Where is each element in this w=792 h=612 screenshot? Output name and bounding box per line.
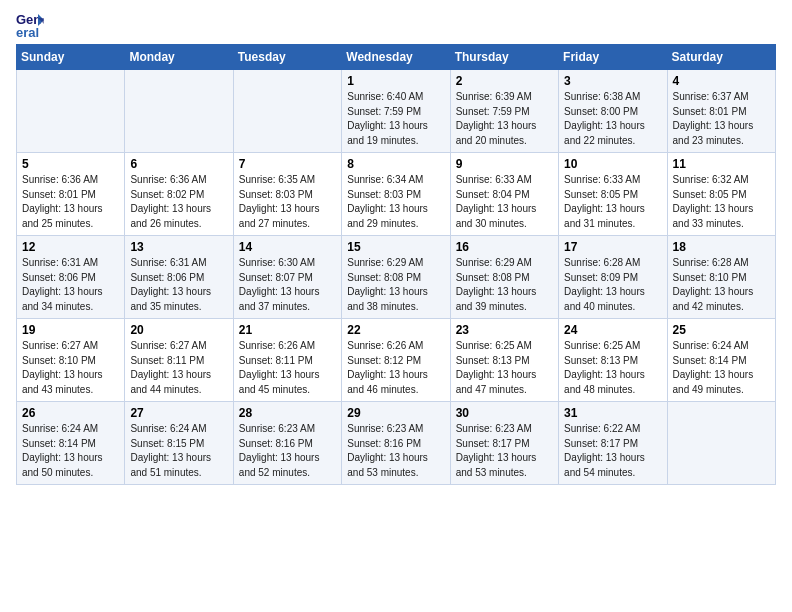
calendar-cell [17,70,125,153]
day-number: 13 [130,240,227,254]
week-row: 26Sunrise: 6:24 AM Sunset: 8:14 PM Dayli… [17,402,776,485]
day-info: Sunrise: 6:35 AM Sunset: 8:03 PM Dayligh… [239,173,336,231]
week-row: 19Sunrise: 6:27 AM Sunset: 8:10 PM Dayli… [17,319,776,402]
day-number: 7 [239,157,336,171]
logo: Gen eral [16,10,46,38]
day-info: Sunrise: 6:38 AM Sunset: 8:00 PM Dayligh… [564,90,661,148]
day-number: 23 [456,323,553,337]
day-info: Sunrise: 6:24 AM Sunset: 8:15 PM Dayligh… [130,422,227,480]
calendar-cell: 3Sunrise: 6:38 AM Sunset: 8:00 PM Daylig… [559,70,667,153]
day-info: Sunrise: 6:28 AM Sunset: 8:10 PM Dayligh… [673,256,770,314]
calendar-cell: 13Sunrise: 6:31 AM Sunset: 8:06 PM Dayli… [125,236,233,319]
day-number: 5 [22,157,119,171]
calendar-cell: 18Sunrise: 6:28 AM Sunset: 8:10 PM Dayli… [667,236,775,319]
day-header-tuesday: Tuesday [233,45,341,70]
calendar-cell [233,70,341,153]
day-number: 10 [564,157,661,171]
day-number: 6 [130,157,227,171]
day-info: Sunrise: 6:25 AM Sunset: 8:13 PM Dayligh… [456,339,553,397]
calendar-table: SundayMondayTuesdayWednesdayThursdayFrid… [16,44,776,485]
day-info: Sunrise: 6:36 AM Sunset: 8:01 PM Dayligh… [22,173,119,231]
calendar-cell: 5Sunrise: 6:36 AM Sunset: 8:01 PM Daylig… [17,153,125,236]
day-info: Sunrise: 6:25 AM Sunset: 8:13 PM Dayligh… [564,339,661,397]
day-info: Sunrise: 6:24 AM Sunset: 8:14 PM Dayligh… [22,422,119,480]
day-info: Sunrise: 6:23 AM Sunset: 8:16 PM Dayligh… [347,422,444,480]
calendar-cell: 22Sunrise: 6:26 AM Sunset: 8:12 PM Dayli… [342,319,450,402]
day-header-saturday: Saturday [667,45,775,70]
svg-text:eral: eral [16,25,39,38]
calendar-cell: 19Sunrise: 6:27 AM Sunset: 8:10 PM Dayli… [17,319,125,402]
calendar-cell: 29Sunrise: 6:23 AM Sunset: 8:16 PM Dayli… [342,402,450,485]
day-header-wednesday: Wednesday [342,45,450,70]
day-number: 4 [673,74,770,88]
day-header-monday: Monday [125,45,233,70]
day-header-sunday: Sunday [17,45,125,70]
day-info: Sunrise: 6:23 AM Sunset: 8:17 PM Dayligh… [456,422,553,480]
day-info: Sunrise: 6:32 AM Sunset: 8:05 PM Dayligh… [673,173,770,231]
week-row: 1Sunrise: 6:40 AM Sunset: 7:59 PM Daylig… [17,70,776,153]
calendar-cell: 9Sunrise: 6:33 AM Sunset: 8:04 PM Daylig… [450,153,558,236]
day-number: 21 [239,323,336,337]
day-number: 17 [564,240,661,254]
day-info: Sunrise: 6:26 AM Sunset: 8:12 PM Dayligh… [347,339,444,397]
calendar-cell: 20Sunrise: 6:27 AM Sunset: 8:11 PM Dayli… [125,319,233,402]
day-info: Sunrise: 6:36 AM Sunset: 8:02 PM Dayligh… [130,173,227,231]
calendar-cell [667,402,775,485]
calendar-cell: 17Sunrise: 6:28 AM Sunset: 8:09 PM Dayli… [559,236,667,319]
calendar-page: Gen eral SundayMondayTuesdayWednesdayThu… [0,0,792,612]
day-info: Sunrise: 6:29 AM Sunset: 8:08 PM Dayligh… [456,256,553,314]
day-info: Sunrise: 6:40 AM Sunset: 7:59 PM Dayligh… [347,90,444,148]
day-number: 30 [456,406,553,420]
day-info: Sunrise: 6:27 AM Sunset: 8:11 PM Dayligh… [130,339,227,397]
header-row: SundayMondayTuesdayWednesdayThursdayFrid… [17,45,776,70]
day-number: 9 [456,157,553,171]
day-number: 18 [673,240,770,254]
calendar-cell: 6Sunrise: 6:36 AM Sunset: 8:02 PM Daylig… [125,153,233,236]
day-number: 14 [239,240,336,254]
day-number: 11 [673,157,770,171]
day-info: Sunrise: 6:37 AM Sunset: 8:01 PM Dayligh… [673,90,770,148]
day-number: 8 [347,157,444,171]
calendar-cell [125,70,233,153]
day-header-friday: Friday [559,45,667,70]
calendar-cell: 10Sunrise: 6:33 AM Sunset: 8:05 PM Dayli… [559,153,667,236]
day-info: Sunrise: 6:33 AM Sunset: 8:04 PM Dayligh… [456,173,553,231]
calendar-cell: 14Sunrise: 6:30 AM Sunset: 8:07 PM Dayli… [233,236,341,319]
logo-icon: Gen eral [16,10,44,38]
calendar-cell: 25Sunrise: 6:24 AM Sunset: 8:14 PM Dayli… [667,319,775,402]
day-number: 29 [347,406,444,420]
day-number: 31 [564,406,661,420]
day-info: Sunrise: 6:27 AM Sunset: 8:10 PM Dayligh… [22,339,119,397]
day-info: Sunrise: 6:33 AM Sunset: 8:05 PM Dayligh… [564,173,661,231]
calendar-cell: 8Sunrise: 6:34 AM Sunset: 8:03 PM Daylig… [342,153,450,236]
calendar-cell: 2Sunrise: 6:39 AM Sunset: 7:59 PM Daylig… [450,70,558,153]
week-row: 5Sunrise: 6:36 AM Sunset: 8:01 PM Daylig… [17,153,776,236]
day-info: Sunrise: 6:34 AM Sunset: 8:03 PM Dayligh… [347,173,444,231]
calendar-cell: 15Sunrise: 6:29 AM Sunset: 8:08 PM Dayli… [342,236,450,319]
day-header-thursday: Thursday [450,45,558,70]
day-number: 22 [347,323,444,337]
day-info: Sunrise: 6:26 AM Sunset: 8:11 PM Dayligh… [239,339,336,397]
header: Gen eral [16,10,776,38]
calendar-cell: 28Sunrise: 6:23 AM Sunset: 8:16 PM Dayli… [233,402,341,485]
week-row: 12Sunrise: 6:31 AM Sunset: 8:06 PM Dayli… [17,236,776,319]
day-number: 19 [22,323,119,337]
day-number: 26 [22,406,119,420]
calendar-cell: 16Sunrise: 6:29 AM Sunset: 8:08 PM Dayli… [450,236,558,319]
day-number: 27 [130,406,227,420]
calendar-cell: 26Sunrise: 6:24 AM Sunset: 8:14 PM Dayli… [17,402,125,485]
day-number: 2 [456,74,553,88]
calendar-cell: 11Sunrise: 6:32 AM Sunset: 8:05 PM Dayli… [667,153,775,236]
calendar-cell: 23Sunrise: 6:25 AM Sunset: 8:13 PM Dayli… [450,319,558,402]
day-info: Sunrise: 6:29 AM Sunset: 8:08 PM Dayligh… [347,256,444,314]
day-number: 1 [347,74,444,88]
calendar-cell: 30Sunrise: 6:23 AM Sunset: 8:17 PM Dayli… [450,402,558,485]
calendar-cell: 12Sunrise: 6:31 AM Sunset: 8:06 PM Dayli… [17,236,125,319]
calendar-cell: 24Sunrise: 6:25 AM Sunset: 8:13 PM Dayli… [559,319,667,402]
calendar-cell: 31Sunrise: 6:22 AM Sunset: 8:17 PM Dayli… [559,402,667,485]
day-number: 24 [564,323,661,337]
calendar-cell: 1Sunrise: 6:40 AM Sunset: 7:59 PM Daylig… [342,70,450,153]
day-info: Sunrise: 6:24 AM Sunset: 8:14 PM Dayligh… [673,339,770,397]
calendar-cell: 27Sunrise: 6:24 AM Sunset: 8:15 PM Dayli… [125,402,233,485]
calendar-cell: 4Sunrise: 6:37 AM Sunset: 8:01 PM Daylig… [667,70,775,153]
